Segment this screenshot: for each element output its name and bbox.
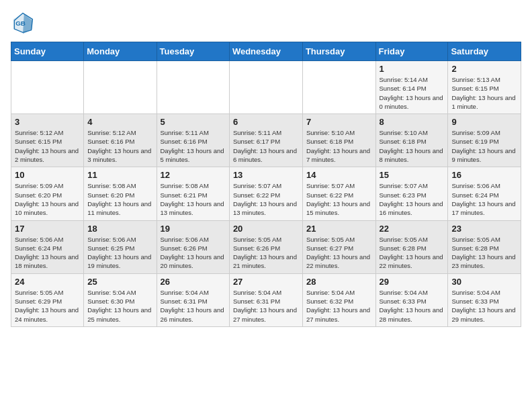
- day-info: Sunrise: 5:13 AM Sunset: 6:15 PM Dayligh…: [451, 75, 517, 111]
- calendar-cell: 19Sunrise: 5:06 AM Sunset: 6:26 PM Dayli…: [157, 220, 229, 273]
- day-number: 14: [306, 170, 372, 180]
- calendar-cell: 14Sunrise: 5:07 AM Sunset: 6:22 PM Dayli…: [302, 167, 375, 220]
- calendar-cell: [84, 61, 157, 114]
- calendar-cell: 12Sunrise: 5:08 AM Sunset: 6:21 PM Dayli…: [157, 167, 229, 220]
- calendar-cell: 24Sunrise: 5:05 AM Sunset: 6:29 PM Dayli…: [11, 273, 84, 326]
- day-info: Sunrise: 5:06 AM Sunset: 6:25 PM Dayligh…: [87, 235, 152, 271]
- calendar-cell: [157, 61, 229, 114]
- calendar-cell: 20Sunrise: 5:05 AM Sunset: 6:26 PM Dayli…: [229, 220, 302, 273]
- day-number: 13: [233, 170, 299, 180]
- day-number: 18: [87, 224, 152, 234]
- calendar-cell: 11Sunrise: 5:08 AM Sunset: 6:20 PM Dayli…: [84, 167, 157, 220]
- day-number: 1: [380, 64, 445, 74]
- day-info: Sunrise: 5:09 AM Sunset: 6:19 PM Dayligh…: [451, 128, 517, 164]
- day-number: 30: [451, 277, 517, 287]
- day-info: Sunrise: 5:11 AM Sunset: 6:16 PM Dayligh…: [161, 128, 226, 164]
- weekday-header-tuesday: Tuesday: [157, 42, 229, 61]
- calendar-cell: [302, 61, 375, 114]
- day-info: Sunrise: 5:05 AM Sunset: 6:28 PM Dayligh…: [380, 235, 445, 271]
- day-number: 26: [161, 277, 226, 287]
- calendar-cell: 3Sunrise: 5:12 AM Sunset: 6:15 PM Daylig…: [11, 114, 84, 167]
- weekday-header-wednesday: Wednesday: [229, 42, 302, 61]
- day-number: 4: [87, 117, 152, 127]
- calendar-week-5: 24Sunrise: 5:05 AM Sunset: 6:29 PM Dayli…: [11, 273, 521, 326]
- day-number: 7: [306, 117, 372, 127]
- day-info: Sunrise: 5:11 AM Sunset: 6:17 PM Dayligh…: [233, 128, 299, 164]
- day-info: Sunrise: 5:04 AM Sunset: 6:32 PM Dayligh…: [306, 288, 372, 324]
- logo-icon: GB: [11, 11, 35, 35]
- calendar-cell: 8Sunrise: 5:10 AM Sunset: 6:18 PM Daylig…: [375, 114, 448, 167]
- day-info: Sunrise: 5:07 AM Sunset: 6:23 PM Dayligh…: [380, 181, 445, 217]
- day-number: 10: [15, 170, 80, 180]
- day-info: Sunrise: 5:04 AM Sunset: 6:31 PM Dayligh…: [161, 288, 226, 324]
- calendar-cell: 6Sunrise: 5:11 AM Sunset: 6:17 PM Daylig…: [229, 114, 302, 167]
- calendar-cell: 5Sunrise: 5:11 AM Sunset: 6:16 PM Daylig…: [157, 114, 229, 167]
- day-number: 11: [87, 170, 152, 180]
- day-number: 27: [233, 277, 299, 287]
- calendar-cell: 4Sunrise: 5:12 AM Sunset: 6:16 PM Daylig…: [84, 114, 157, 167]
- day-number: 19: [161, 224, 226, 234]
- day-number: 28: [306, 277, 372, 287]
- day-number: 12: [161, 170, 226, 180]
- day-info: Sunrise: 5:05 AM Sunset: 6:29 PM Dayligh…: [15, 288, 80, 324]
- calendar-cell: 17Sunrise: 5:06 AM Sunset: 6:24 PM Dayli…: [11, 220, 84, 273]
- day-number: 3: [15, 117, 80, 127]
- day-info: Sunrise: 5:04 AM Sunset: 6:33 PM Dayligh…: [380, 288, 445, 324]
- day-info: Sunrise: 5:05 AM Sunset: 6:27 PM Dayligh…: [306, 235, 372, 271]
- day-number: 2: [451, 64, 517, 74]
- calendar-cell: 28Sunrise: 5:04 AM Sunset: 6:32 PM Dayli…: [302, 273, 375, 326]
- day-info: Sunrise: 5:09 AM Sunset: 6:20 PM Dayligh…: [15, 181, 80, 217]
- calendar-cell: 25Sunrise: 5:04 AM Sunset: 6:30 PM Dayli…: [84, 273, 157, 326]
- day-info: Sunrise: 5:04 AM Sunset: 6:30 PM Dayligh…: [87, 288, 152, 324]
- day-number: 20: [233, 224, 299, 234]
- day-number: 23: [451, 224, 517, 234]
- day-info: Sunrise: 5:08 AM Sunset: 6:20 PM Dayligh…: [87, 181, 152, 217]
- day-number: 8: [380, 117, 445, 127]
- day-info: Sunrise: 5:05 AM Sunset: 6:28 PM Dayligh…: [451, 235, 517, 271]
- calendar-week-4: 17Sunrise: 5:06 AM Sunset: 6:24 PM Dayli…: [11, 220, 521, 273]
- calendar-cell: 30Sunrise: 5:04 AM Sunset: 6:33 PM Dayli…: [448, 273, 521, 326]
- day-info: Sunrise: 5:14 AM Sunset: 6:14 PM Dayligh…: [380, 75, 445, 111]
- day-number: 21: [306, 224, 372, 234]
- calendar-cell: 22Sunrise: 5:05 AM Sunset: 6:28 PM Dayli…: [375, 220, 448, 273]
- day-info: Sunrise: 5:10 AM Sunset: 6:18 PM Dayligh…: [380, 128, 445, 164]
- calendar-week-1: 1Sunrise: 5:14 AM Sunset: 6:14 PM Daylig…: [11, 61, 521, 114]
- calendar-week-2: 3Sunrise: 5:12 AM Sunset: 6:15 PM Daylig…: [11, 114, 521, 167]
- page-header: GB: [11, 11, 521, 35]
- weekday-header-row: SundayMondayTuesdayWednesdayThursdayFrid…: [11, 42, 521, 61]
- calendar-cell: 1Sunrise: 5:14 AM Sunset: 6:14 PM Daylig…: [375, 61, 448, 114]
- weekday-header-saturday: Saturday: [448, 42, 521, 61]
- day-info: Sunrise: 5:07 AM Sunset: 6:22 PM Dayligh…: [306, 181, 372, 217]
- calendar-cell: 7Sunrise: 5:10 AM Sunset: 6:18 PM Daylig…: [302, 114, 375, 167]
- calendar-cell: 27Sunrise: 5:04 AM Sunset: 6:31 PM Dayli…: [229, 273, 302, 326]
- calendar-cell: 23Sunrise: 5:05 AM Sunset: 6:28 PM Dayli…: [448, 220, 521, 273]
- calendar-cell: 2Sunrise: 5:13 AM Sunset: 6:15 PM Daylig…: [448, 61, 521, 114]
- calendar-cell: 18Sunrise: 5:06 AM Sunset: 6:25 PM Dayli…: [84, 220, 157, 273]
- calendar-cell: 13Sunrise: 5:07 AM Sunset: 6:22 PM Dayli…: [229, 167, 302, 220]
- weekday-header-sunday: Sunday: [11, 42, 84, 61]
- day-info: Sunrise: 5:06 AM Sunset: 6:24 PM Dayligh…: [451, 181, 517, 217]
- day-number: 22: [380, 224, 445, 234]
- calendar-cell: 15Sunrise: 5:07 AM Sunset: 6:23 PM Dayli…: [375, 167, 448, 220]
- day-info: Sunrise: 5:05 AM Sunset: 6:26 PM Dayligh…: [233, 235, 299, 271]
- day-info: Sunrise: 5:07 AM Sunset: 6:22 PM Dayligh…: [233, 181, 299, 217]
- weekday-header-monday: Monday: [84, 42, 157, 61]
- svg-text:GB: GB: [15, 19, 26, 27]
- day-info: Sunrise: 5:04 AM Sunset: 6:31 PM Dayligh…: [233, 288, 299, 324]
- day-number: 29: [380, 277, 445, 287]
- day-info: Sunrise: 5:06 AM Sunset: 6:24 PM Dayligh…: [15, 235, 80, 271]
- logo: GB: [11, 11, 38, 35]
- calendar-cell: [11, 61, 84, 114]
- day-info: Sunrise: 5:06 AM Sunset: 6:26 PM Dayligh…: [161, 235, 226, 271]
- calendar-cell: 29Sunrise: 5:04 AM Sunset: 6:33 PM Dayli…: [375, 273, 448, 326]
- calendar-cell: 10Sunrise: 5:09 AM Sunset: 6:20 PM Dayli…: [11, 167, 84, 220]
- day-info: Sunrise: 5:12 AM Sunset: 6:15 PM Dayligh…: [15, 128, 80, 164]
- day-number: 17: [15, 224, 80, 234]
- day-number: 5: [161, 117, 226, 127]
- calendar-table: SundayMondayTuesdayWednesdayThursdayFrid…: [11, 42, 521, 327]
- day-info: Sunrise: 5:10 AM Sunset: 6:18 PM Dayligh…: [306, 128, 372, 164]
- calendar-cell: [229, 61, 302, 114]
- day-number: 15: [380, 170, 445, 180]
- calendar-week-3: 10Sunrise: 5:09 AM Sunset: 6:20 PM Dayli…: [11, 167, 521, 220]
- day-number: 9: [451, 117, 517, 127]
